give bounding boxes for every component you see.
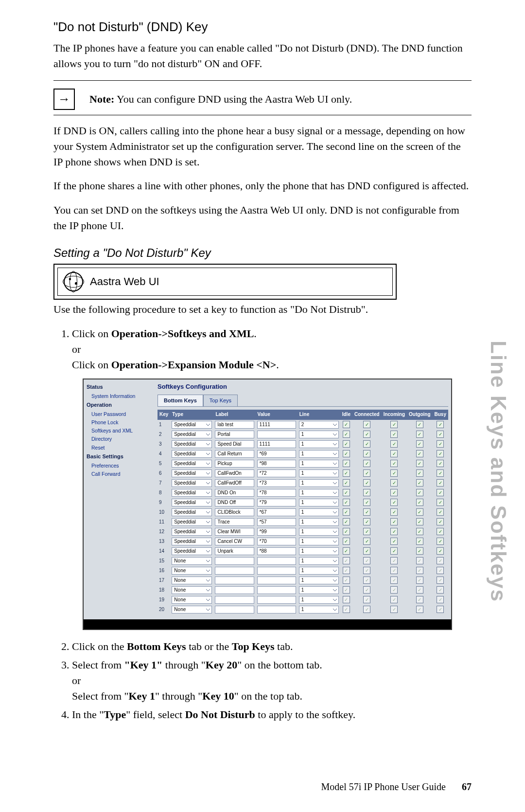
value-input[interactable] xyxy=(257,508,296,516)
label-input[interactable] xyxy=(215,508,254,516)
state-checkbox[interactable]: ✓ xyxy=(343,528,350,535)
state-checkbox[interactable]: ✓ xyxy=(416,499,423,506)
state-checkbox[interactable]: ✓ xyxy=(343,460,350,467)
line-select[interactable] xyxy=(299,421,339,429)
line-select[interactable] xyxy=(299,460,339,468)
label-input[interactable] xyxy=(215,489,254,497)
sidebar-item-softkeys-xml[interactable]: Softkeys and XML xyxy=(87,427,155,435)
type-select[interactable] xyxy=(172,421,212,429)
sidebar-item-system-information[interactable]: System Information xyxy=(87,392,155,400)
state-checkbox[interactable]: ✓ xyxy=(363,538,370,545)
value-input[interactable] xyxy=(257,440,296,448)
value-input[interactable] xyxy=(257,596,296,604)
value-input[interactable] xyxy=(257,547,296,555)
state-checkbox[interactable]: ✓ xyxy=(343,479,350,487)
label-input[interactable] xyxy=(215,479,254,487)
label-input[interactable] xyxy=(215,450,254,458)
type-select[interactable] xyxy=(172,596,212,604)
line-select[interactable] xyxy=(299,431,339,438)
state-checkbox[interactable]: ✓ xyxy=(437,538,444,545)
state-checkbox[interactable]: ✓ xyxy=(416,538,423,545)
state-checkbox[interactable]: ✓ xyxy=(390,528,398,535)
line-select[interactable] xyxy=(299,557,339,565)
line-select[interactable] xyxy=(299,567,339,575)
value-input[interactable] xyxy=(257,606,296,614)
label-input[interactable] xyxy=(215,528,254,536)
line-select[interactable] xyxy=(299,577,339,584)
state-checkbox[interactable]: ✓ xyxy=(390,489,398,496)
state-checkbox[interactable]: ✓ xyxy=(390,431,398,438)
type-select[interactable] xyxy=(172,518,212,526)
state-checkbox[interactable]: ✓ xyxy=(437,440,444,448)
type-select[interactable] xyxy=(172,528,212,536)
type-select[interactable] xyxy=(172,460,212,468)
value-input[interactable] xyxy=(257,450,296,458)
state-checkbox[interactable]: ✓ xyxy=(363,421,370,428)
tab-bottom-keys[interactable]: Bottom Keys xyxy=(158,395,203,407)
state-checkbox[interactable]: ✓ xyxy=(390,547,398,555)
label-input[interactable] xyxy=(215,431,254,438)
state-checkbox[interactable]: ✓ xyxy=(390,460,398,467)
label-input[interactable] xyxy=(215,518,254,526)
state-checkbox[interactable]: ✓ xyxy=(343,538,350,545)
state-checkbox[interactable]: ✓ xyxy=(363,547,370,555)
state-checkbox[interactable]: ✓ xyxy=(416,479,423,487)
state-checkbox[interactable]: ✓ xyxy=(390,440,398,448)
value-input[interactable] xyxy=(257,538,296,545)
state-checkbox[interactable]: ✓ xyxy=(437,518,444,525)
state-checkbox[interactable]: ✓ xyxy=(416,469,423,477)
state-checkbox[interactable]: ✓ xyxy=(437,547,444,555)
state-checkbox[interactable]: ✓ xyxy=(390,450,398,457)
label-input[interactable] xyxy=(215,538,254,545)
line-select[interactable] xyxy=(299,596,339,604)
state-checkbox[interactable]: ✓ xyxy=(343,440,350,448)
sidebar-item-reset[interactable]: Reset xyxy=(87,444,155,452)
value-input[interactable] xyxy=(257,479,296,487)
type-select[interactable] xyxy=(172,489,212,497)
state-checkbox[interactable]: ✓ xyxy=(343,469,350,477)
label-input[interactable] xyxy=(215,440,254,448)
value-input[interactable] xyxy=(257,489,296,497)
state-checkbox[interactable]: ✓ xyxy=(363,460,370,467)
value-input[interactable] xyxy=(257,431,296,438)
label-input[interactable] xyxy=(215,469,254,477)
line-select[interactable] xyxy=(299,450,339,458)
value-input[interactable] xyxy=(257,577,296,584)
line-select[interactable] xyxy=(299,499,339,506)
value-input[interactable] xyxy=(257,528,296,536)
label-input[interactable] xyxy=(215,460,254,468)
state-checkbox[interactable]: ✓ xyxy=(390,499,398,506)
state-checkbox[interactable]: ✓ xyxy=(437,431,444,438)
state-checkbox[interactable]: ✓ xyxy=(437,460,444,467)
state-checkbox[interactable]: ✓ xyxy=(343,450,350,457)
type-select[interactable] xyxy=(172,547,212,555)
state-checkbox[interactable]: ✓ xyxy=(437,469,444,477)
state-checkbox[interactable]: ✓ xyxy=(390,479,398,487)
state-checkbox[interactable]: ✓ xyxy=(390,508,398,516)
state-checkbox[interactable]: ✓ xyxy=(437,508,444,516)
label-input[interactable] xyxy=(215,557,254,565)
value-input[interactable] xyxy=(257,586,296,594)
state-checkbox[interactable]: ✓ xyxy=(416,431,423,438)
state-checkbox[interactable]: ✓ xyxy=(343,421,350,428)
sidebar-item-directory[interactable]: Directory xyxy=(87,435,155,443)
state-checkbox[interactable]: ✓ xyxy=(390,518,398,525)
label-input[interactable] xyxy=(215,606,254,614)
state-checkbox[interactable]: ✓ xyxy=(343,499,350,506)
type-select[interactable] xyxy=(172,431,212,438)
line-select[interactable] xyxy=(299,469,339,477)
value-input[interactable] xyxy=(257,567,296,575)
type-select[interactable] xyxy=(172,469,212,477)
state-checkbox[interactable]: ✓ xyxy=(363,440,370,448)
label-input[interactable] xyxy=(215,547,254,555)
state-checkbox[interactable]: ✓ xyxy=(343,508,350,516)
label-input[interactable] xyxy=(215,421,254,429)
state-checkbox[interactable]: ✓ xyxy=(363,431,370,438)
type-select[interactable] xyxy=(172,538,212,545)
state-checkbox[interactable]: ✓ xyxy=(416,460,423,467)
state-checkbox[interactable]: ✓ xyxy=(416,489,423,496)
state-checkbox[interactable]: ✓ xyxy=(416,508,423,516)
type-select[interactable] xyxy=(172,577,212,584)
line-select[interactable] xyxy=(299,528,339,536)
state-checkbox[interactable]: ✓ xyxy=(343,489,350,496)
